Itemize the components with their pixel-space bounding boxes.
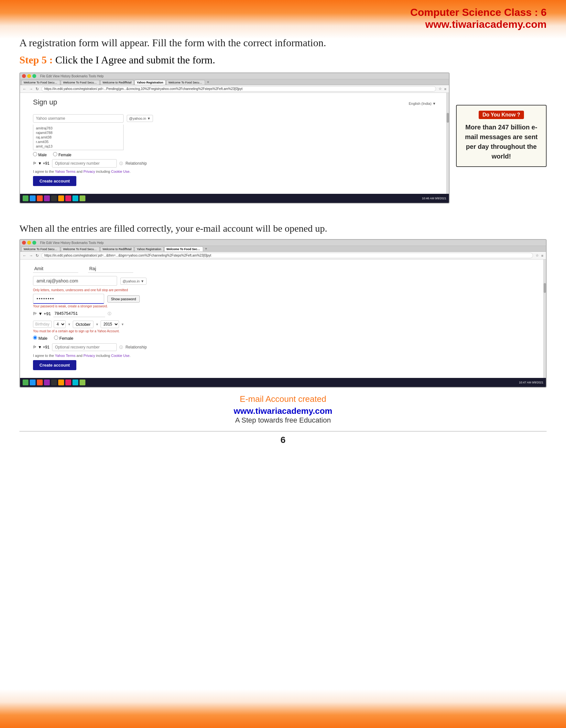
tab4-active[interactable]: Yahoo Registration: [135, 80, 166, 85]
last-name-input[interactable]: [88, 265, 133, 273]
menu-btn2[interactable]: ≡: [541, 254, 543, 258]
btn2-maximize[interactable]: [32, 241, 36, 245]
taskbar-icon1: [23, 195, 28, 201]
tab2-2[interactable]: Welcome To Food Security...: [61, 247, 100, 251]
taskbar2-icon1: [23, 380, 28, 385]
yahoo-terms-link[interactable]: Yahoo Terms: [55, 170, 76, 173]
phone2-prefix: 🏳 ▼ +91: [33, 311, 51, 316]
suggestion-4[interactable]: r.amit35: [36, 139, 121, 144]
tab1[interactable]: Welcome To Food Security...: [21, 80, 60, 85]
yahoo-terms2-link[interactable]: Yahoo Terms: [55, 354, 76, 358]
btn2-minimize[interactable]: [27, 241, 31, 245]
birthday-label: Birthday: [33, 321, 52, 328]
new-tab-btn[interactable]: +: [207, 80, 209, 85]
gender-female-radio[interactable]: [53, 152, 57, 156]
back-btn[interactable]: ←: [23, 87, 27, 91]
bday-arrow1: ▼: [68, 323, 71, 326]
recovery-info: ⓘ: [119, 345, 123, 350]
language-select[interactable]: English (India) ▼: [409, 102, 436, 105]
gender2-female-radio[interactable]: [54, 336, 58, 340]
phone2-input[interactable]: [53, 310, 105, 317]
cookie2-link[interactable]: Cookie Use: [111, 354, 130, 358]
username-input[interactable]: [33, 114, 124, 123]
back2-btn[interactable]: ←: [23, 253, 27, 258]
recovery-input[interactable]: [52, 343, 117, 351]
reload2-btn[interactable]: ↻: [36, 253, 39, 258]
gender2-male-radio[interactable]: [33, 336, 37, 340]
birthday-month-text: October: [73, 321, 94, 328]
dyk-title: Do You Know ?: [479, 111, 524, 119]
cookie-link[interactable]: Cookie Use: [111, 170, 130, 173]
browser1-addressbar: ← → ↻ https://in.edit.yahoo.com/registra…: [20, 85, 449, 93]
yahoo-domain2[interactable]: @yahoo.in ▼: [120, 278, 147, 285]
gender-female-label[interactable]: Female: [53, 152, 71, 157]
class-title: Computer Science Class : 6: [19, 6, 547, 18]
suggestion-5[interactable]: amit_raj13: [36, 144, 121, 149]
scrollbar-thumb1[interactable]: [447, 113, 449, 123]
taskbar-icon9: [80, 195, 85, 201]
browser1-section: File Edit View History Bookmarks Tools H…: [19, 72, 547, 210]
browser1-taskbar: 10:46 AM 9/8/2021: [20, 194, 449, 203]
tab2-3[interactable]: Welcome to RediffMail: [100, 247, 134, 251]
tab5[interactable]: Welcome To Food Security...: [166, 80, 205, 85]
phone-input[interactable]: [52, 159, 117, 168]
scrollbar-thumb2[interactable]: [544, 283, 546, 293]
gender2-female-label[interactable]: Female: [54, 336, 73, 341]
phone-flag: 🏳 ▼ +91: [33, 161, 50, 166]
gender2-male-label[interactable]: Male: [33, 336, 48, 341]
address-bar[interactable]: https://in.edit.yahoo.com/registration/.…: [41, 86, 436, 92]
suggestion-3[interactable]: raj.amit38: [36, 135, 121, 139]
suggestion-2[interactable]: rajamit788: [36, 130, 121, 135]
show-password-btn[interactable]: Show password: [107, 295, 140, 303]
gender-male-radio[interactable]: [33, 152, 37, 156]
phone2-row: 🏳 ▼ +91 ⓘ: [33, 310, 533, 317]
privacy-link[interactable]: Privacy: [83, 170, 95, 173]
menu-btn[interactable]: ≡: [444, 87, 446, 91]
name-row: [33, 265, 533, 273]
taskbar-icon3: [37, 195, 43, 201]
browser2-addressbar: ← → ↻ https://in.edit.yahoo.com/registra…: [20, 252, 546, 259]
gender2-row: Male Female: [33, 336, 533, 341]
browser2-taskbar: 10:47 AM 9/8/2021: [20, 378, 546, 387]
username-suggestions: amitraj783 rajamit788 raj.amit38 r.amit3…: [33, 125, 124, 150]
bookmark-star2[interactable]: ☆: [536, 253, 539, 258]
reload-btn[interactable]: ↻: [36, 87, 39, 91]
btn-maximize[interactable]: [32, 74, 36, 78]
footer-website: www.tiwariacademy.com: [19, 406, 547, 416]
do-you-know-box: Do You Know ? More than 247 billion e-ma…: [456, 105, 547, 167]
suggestion-1[interactable]: amitraj783: [36, 126, 121, 130]
bookmark-star[interactable]: ☆: [438, 87, 442, 91]
btn-close[interactable]: [22, 74, 26, 78]
tab2-4[interactable]: Yahoo Registration: [135, 247, 164, 251]
create-account2-btn[interactable]: Create account: [33, 360, 76, 370]
browser2: File Edit View History Bookmarks Tools H…: [19, 239, 547, 388]
bg-bottom-gradient: [0, 689, 566, 728]
info-icon: ⓘ: [119, 161, 123, 166]
btn2-close[interactable]: [22, 241, 26, 245]
gender-row: Male Female: [33, 152, 436, 157]
forward-btn[interactable]: →: [29, 87, 33, 91]
age-note: You must be of a certain age to sign up …: [33, 329, 533, 333]
email-input[interactable]: [33, 276, 117, 286]
tab2-5-active[interactable]: Welcome To Food Security...: [164, 247, 203, 251]
forward2-btn[interactable]: →: [29, 253, 33, 258]
yahoo-domain[interactable]: @yahoo.in ▼: [127, 115, 153, 122]
first-name-input[interactable]: [33, 265, 78, 273]
create-account-btn[interactable]: Create account: [33, 176, 76, 186]
gender-male-label[interactable]: Male: [33, 152, 47, 157]
address-bar2[interactable]: https://in.edit.yahoo.com/registration/.…: [41, 253, 533, 258]
password-input[interactable]: [33, 294, 104, 304]
btn-minimize[interactable]: [27, 74, 31, 78]
recovery-flag: 🏳 ▼ +91: [33, 345, 50, 349]
scrollbar2[interactable]: [543, 259, 546, 378]
privacy2-link[interactable]: Privacy: [83, 354, 95, 358]
tab2[interactable]: Welcome To Food Security...: [61, 80, 100, 85]
birthday-day-select[interactable]: 4: [54, 320, 66, 328]
signup-title: Sign up: [33, 98, 57, 106]
scrollbar1[interactable]: [446, 93, 449, 194]
birthday-year-select[interactable]: 2015: [101, 320, 119, 328]
browser1-tabs: Welcome To Food Security... Welcome To F…: [20, 79, 449, 85]
tab2-1[interactable]: Welcome To Food Security...: [21, 247, 60, 251]
new-tab2-btn[interactable]: +: [205, 247, 207, 251]
tab3[interactable]: Welcome to RediffMail: [100, 80, 134, 85]
